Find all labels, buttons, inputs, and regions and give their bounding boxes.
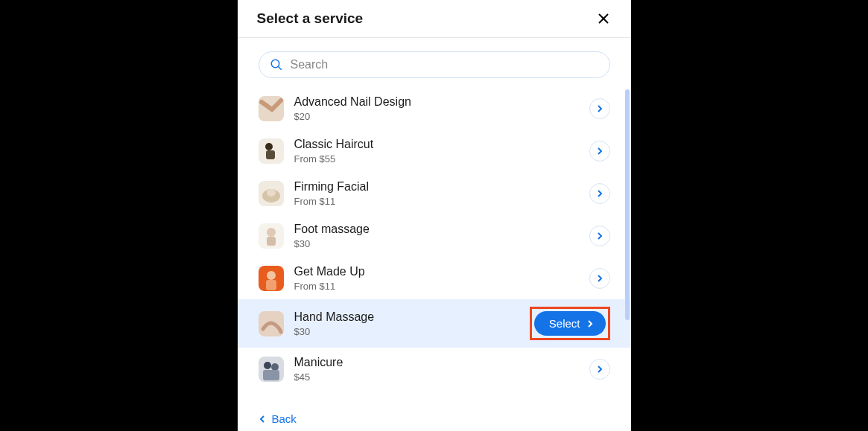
svg-rect-19 [263, 370, 279, 380]
chevron-right-icon [596, 147, 604, 155]
close-icon [598, 13, 609, 25]
service-info: Firming Facial From $11 [294, 179, 579, 207]
chevron-left-icon [259, 415, 266, 423]
chevron-right-icon [596, 232, 604, 240]
back-label: Back [272, 412, 297, 425]
service-price: $30 [294, 238, 579, 249]
service-name: Firming Facial [294, 179, 579, 194]
service-thumb [259, 266, 284, 291]
svg-point-8 [267, 189, 276, 197]
svg-point-0 [271, 60, 279, 68]
service-thumb [259, 96, 284, 121]
service-item[interactable]: Advanced Nail Design $20 [238, 87, 631, 130]
service-list: Advanced Nail Design $20 Classic Haircut… [238, 84, 631, 396]
panel-header: Select a service [238, 0, 631, 38]
service-name: Manicure [294, 355, 579, 370]
svg-point-4 [265, 143, 273, 150]
close-button[interactable] [595, 10, 612, 27]
service-item[interactable]: Hand Massage $30 Select [238, 299, 631, 348]
service-price: From $11 [294, 281, 579, 292]
service-open-button[interactable] [589, 226, 610, 246]
service-info: Manicure $45 [294, 355, 579, 383]
svg-rect-11 [267, 237, 276, 246]
service-info: Classic Haircut From $55 [294, 137, 579, 165]
service-open-button[interactable] [589, 359, 610, 380]
service-price: From $55 [294, 153, 579, 165]
service-item[interactable]: Get Made Up From $11 [238, 257, 631, 299]
svg-point-13 [267, 271, 276, 280]
service-name: Foot massage [294, 222, 579, 237]
service-open-button[interactable] [589, 98, 610, 119]
service-open-button[interactable] [589, 141, 610, 162]
select-button-label: Select [549, 317, 580, 330]
service-price: $30 [294, 326, 519, 337]
svg-rect-5 [266, 150, 275, 159]
service-price: $45 [294, 371, 579, 383]
svg-point-18 [271, 363, 279, 371]
scrollbar[interactable] [625, 89, 630, 320]
service-info: Advanced Nail Design $20 [294, 95, 579, 122]
chevron-right-icon [596, 105, 604, 112]
service-item[interactable]: Firming Facial From $11 [238, 172, 631, 214]
service-item[interactable]: Manicure $45 [238, 348, 631, 390]
service-thumb [259, 181, 284, 206]
service-item[interactable]: Foot massage $30 [238, 214, 631, 257]
service-list-scroll[interactable]: Advanced Nail Design $20 Classic Haircut… [238, 84, 631, 431]
select-button[interactable]: Select [534, 311, 606, 336]
search-box[interactable] [259, 51, 610, 78]
chevron-right-icon [596, 275, 604, 282]
search-wrap [238, 38, 631, 84]
service-thumb [259, 138, 284, 164]
service-info: Get Made Up From $11 [294, 264, 579, 292]
search-icon [270, 58, 283, 71]
back-button[interactable]: Back [259, 412, 297, 425]
service-select-panel: Select a service Advanced Nail Design $2… [238, 0, 631, 431]
chevron-right-icon [586, 320, 594, 328]
service-name: Advanced Nail Design [294, 95, 579, 109]
svg-rect-14 [266, 280, 276, 290]
service-thumb [259, 311, 284, 336]
service-name: Get Made Up [294, 264, 579, 279]
svg-point-10 [267, 228, 276, 237]
panel-title: Select a service [257, 10, 364, 27]
service-name: Hand Massage [294, 310, 519, 325]
service-thumb [259, 357, 284, 382]
service-open-button[interactable] [589, 268, 610, 289]
service-price: From $11 [294, 196, 579, 207]
chevron-right-icon [596, 190, 604, 197]
svg-point-17 [264, 362, 271, 369]
service-info: Hand Massage $30 [294, 310, 519, 337]
highlight-annotation: Select [530, 307, 610, 340]
service-name: Classic Haircut [294, 137, 579, 152]
service-item[interactable]: Classic Haircut From $55 [238, 130, 631, 172]
service-open-button[interactable] [589, 183, 610, 204]
search-input[interactable] [291, 58, 599, 71]
service-info: Foot massage $30 [294, 222, 579, 249]
service-price: $20 [294, 111, 579, 122]
svg-line-1 [278, 66, 282, 70]
service-thumb [259, 223, 284, 249]
chevron-right-icon [596, 365, 604, 373]
